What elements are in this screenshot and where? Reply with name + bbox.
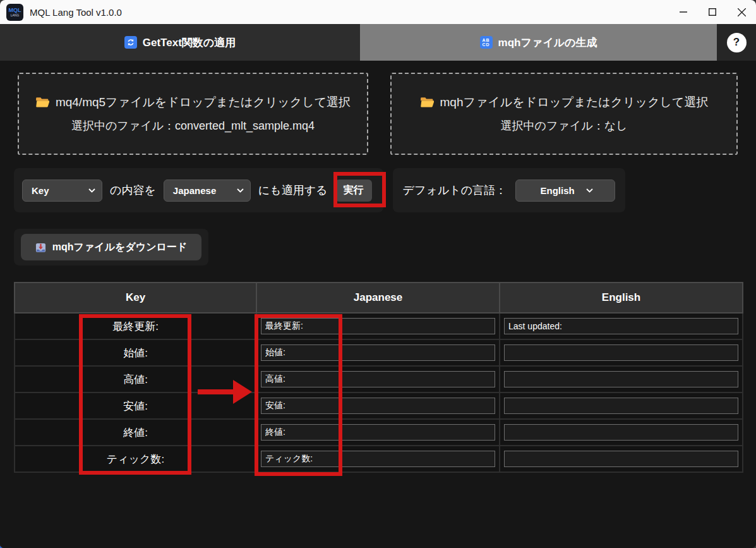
minimize-button[interactable] — [669, 0, 698, 24]
translation-table: Key Japanese English 最終更新: 始値: — [14, 282, 743, 473]
app-logo-icon: MQL LANG — [6, 4, 23, 21]
app-window: MQL LANG MQL Lang Tool v1.0.0 Ge — [0, 0, 756, 548]
minimize-icon — [680, 8, 687, 16]
apply-controls-row: Key の内容を Japanese にも適用する 実行 — [14, 168, 756, 212]
key-cell: ティック数: — [15, 446, 256, 472]
column-header-english: English — [500, 283, 743, 313]
key-cell: 安値: — [15, 393, 256, 419]
japanese-cell — [256, 446, 500, 472]
key-select[interactable]: Key — [22, 180, 102, 202]
table-row: 始値: — [15, 339, 743, 366]
apply-text-between: の内容を — [110, 183, 156, 198]
chevron-down-icon — [586, 188, 593, 193]
japanese-input[interactable] — [261, 424, 495, 441]
maximize-icon — [709, 8, 716, 16]
dropzone-mq4-selected-file: 選択中のファイル：converted_mlt_sample.mq4 — [71, 118, 315, 133]
language-select-value: Japanese — [173, 185, 216, 196]
download-mqh-button-label: mqhファイルをダウンロード — [52, 241, 188, 254]
download-panel: mqhファイルをダウンロード — [14, 229, 208, 265]
key-select-value: Key — [32, 185, 49, 196]
tab-mqh-generate-label: mqhファイルの生成 — [498, 35, 597, 50]
english-input[interactable] — [504, 451, 738, 467]
key-cell: 高値: — [15, 366, 256, 393]
main-content: mq4/mq5ファイルをドロップまたはクリックして選択 選択中のファイル：con… — [0, 61, 756, 548]
table-row: ティック数: — [15, 446, 743, 472]
download-icon — [35, 242, 46, 253]
app-logo-subtext: LANG — [11, 14, 20, 17]
window-title: MQL Lang Tool v1.0.0 — [30, 7, 122, 18]
english-cell — [500, 366, 743, 393]
dropzone-mqh[interactable]: mqhファイルをドロップまたはクリックして選択 選択中のファイル：なし — [390, 73, 738, 155]
japanese-cell — [256, 339, 500, 366]
tab-gettext[interactable]: GetText関数の適用 — [0, 24, 360, 61]
help-area: ? — [717, 24, 756, 61]
download-row: mqhファイルをダウンロード — [14, 229, 756, 265]
table-row: 安値: — [15, 393, 743, 419]
download-mqh-button[interactable]: mqhファイルをダウンロード — [21, 234, 201, 260]
japanese-input[interactable] — [261, 398, 495, 414]
apply-text-after: にも適用する — [258, 183, 328, 198]
english-cell — [500, 339, 743, 366]
table-row: 終値: — [15, 419, 743, 446]
japanese-input[interactable] — [261, 318, 495, 334]
default-language-select[interactable]: English — [515, 180, 615, 202]
default-language-value: English — [540, 185, 574, 196]
column-header-japanese: Japanese — [256, 283, 500, 313]
default-language-panel: デフォルトの言語： English — [393, 168, 626, 212]
english-input[interactable] — [504, 344, 738, 361]
tab-bar: GetText関数の適用 ABCD mqhファイルの生成 ? — [0, 24, 756, 61]
english-cell — [500, 313, 743, 339]
chevron-down-icon — [88, 188, 95, 193]
english-input[interactable] — [504, 398, 738, 414]
english-input[interactable] — [504, 424, 738, 441]
run-button[interactable]: 実行 — [335, 180, 372, 202]
maximize-button[interactable] — [698, 0, 727, 24]
language-select[interactable]: Japanese — [164, 180, 251, 202]
default-language-label: デフォルトの言語： — [403, 183, 507, 198]
folder-icon — [420, 97, 434, 108]
english-cell — [500, 393, 743, 419]
dropzone-mqh-selected-file: 選択中のファイル：なし — [501, 118, 628, 133]
app-logo-text: MQL — [9, 8, 21, 13]
chevron-down-icon — [237, 188, 244, 193]
japanese-input[interactable] — [261, 371, 495, 387]
dropzone-mq4-text: mq4/mq5ファイルをドロップまたはクリックして選択 — [56, 94, 351, 111]
close-button[interactable] — [727, 0, 756, 24]
japanese-input[interactable] — [261, 451, 495, 467]
key-cell: 終値: — [15, 419, 256, 446]
dropzone-mqh-text: mqhファイルをドロップまたはクリックして選択 — [440, 94, 709, 111]
sync-icon — [124, 36, 137, 49]
table-row: 高値: — [15, 366, 743, 393]
titlebar: MQL LANG MQL Lang Tool v1.0.0 — [0, 0, 756, 24]
apply-panel: Key の内容を Japanese にも適用する 実行 — [14, 168, 383, 212]
dropzone-mq4[interactable]: mq4/mq5ファイルをドロップまたはクリックして選択 選択中のファイル：con… — [18, 73, 368, 155]
japanese-cell — [256, 313, 500, 339]
japanese-input[interactable] — [261, 344, 495, 361]
dropzone-row: mq4/mq5ファイルをドロップまたはクリックして選択 選択中のファイル：con… — [0, 61, 756, 155]
close-icon — [738, 8, 746, 16]
help-button[interactable]: ? — [727, 33, 747, 52]
key-cell: 始値: — [15, 339, 256, 366]
japanese-cell — [256, 419, 500, 446]
table-row: 最終更新: — [15, 313, 743, 339]
english-input[interactable] — [504, 318, 738, 334]
tab-mqh-generate[interactable]: ABCD mqhファイルの生成 — [360, 24, 717, 61]
folder-icon — [35, 97, 49, 108]
japanese-cell — [256, 366, 500, 393]
tab-gettext-label: GetText関数の適用 — [143, 35, 236, 50]
english-cell — [500, 446, 743, 472]
key-cell: 最終更新: — [15, 313, 256, 339]
column-header-key: Key — [15, 283, 256, 313]
abcd-icon: ABCD — [480, 36, 493, 49]
english-input[interactable] — [504, 371, 738, 387]
japanese-cell — [256, 393, 500, 419]
table-header-row: Key Japanese English — [15, 283, 743, 313]
english-cell — [500, 419, 743, 446]
